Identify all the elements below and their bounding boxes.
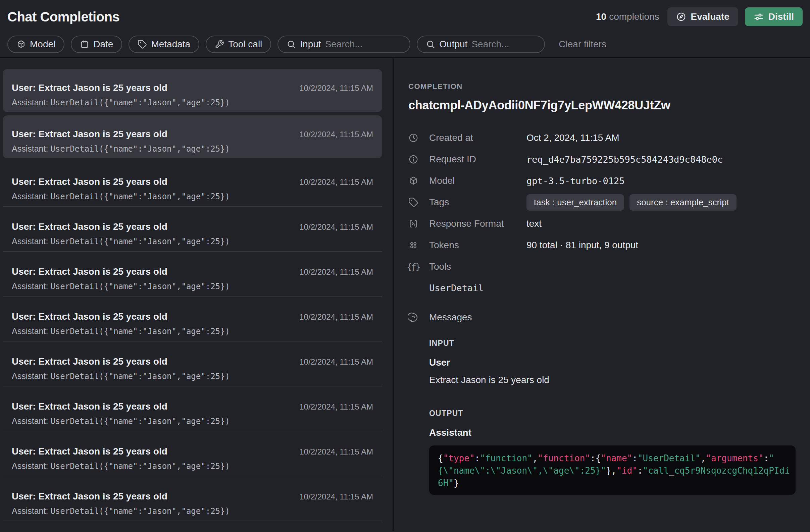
completion-id: chatcmpl-ADyAodii0NF7ig7yLepWW428UJtZw bbox=[408, 98, 795, 112]
calendar-icon bbox=[80, 39, 89, 49]
tokens-label: Tokens bbox=[429, 240, 526, 251]
row-assistant-text: Assistant: UserDetail({"name":"Jason","a… bbox=[12, 281, 373, 291]
tag-icon bbox=[137, 39, 147, 49]
clear-filters-button[interactable]: Clear filters bbox=[559, 39, 606, 50]
filter-model[interactable]: Model bbox=[7, 36, 64, 53]
row-timestamp: 10/2/2024, 11:15 AM bbox=[299, 402, 373, 412]
input-content: Extract Jason is 25 years old bbox=[429, 375, 795, 385]
wrench-icon bbox=[215, 39, 224, 49]
row-timestamp: 10/2/2024, 11:15 AM bbox=[299, 357, 373, 367]
meta-row-tags: Tags task : user_extractionsource : exam… bbox=[408, 192, 795, 213]
request-id-value: req_d4e7ba759225b595c584243d9c848e0c bbox=[526, 154, 723, 165]
distill-button[interactable]: Distill bbox=[745, 7, 803, 26]
meta-row-created-at: Created at Oct 2, 2024, 11:15 AM bbox=[408, 127, 795, 149]
completion-row[interactable]: User: Extract Jason is 25 years old 10/2… bbox=[3, 342, 382, 386]
meta-row-request-id: Request ID req_d4e7ba759225b595c584243d9… bbox=[408, 149, 795, 170]
filter-date[interactable]: Date bbox=[71, 36, 122, 53]
evaluate-button[interactable]: Evaluate bbox=[667, 7, 738, 26]
completions-count-number: 10 bbox=[596, 12, 606, 22]
row-timestamp: 10/2/2024, 11:15 AM bbox=[299, 312, 373, 322]
row-user-text: User: Extract Jason is 25 years old bbox=[12, 266, 167, 277]
row-assistant-text: Assistant: UserDetail({"name":"Jason","a… bbox=[12, 236, 373, 246]
row-timestamp: 10/2/2024, 11:15 AM bbox=[299, 267, 373, 277]
tokens-value: 90 total · 81 input, 9 output bbox=[526, 240, 638, 251]
response-format-value: text bbox=[526, 218, 541, 229]
meta-row-response-format: Response Format text bbox=[408, 213, 795, 234]
filter-metadata-label: Metadata bbox=[151, 39, 190, 50]
filter-date-label: Date bbox=[93, 39, 113, 50]
sliders-icon bbox=[754, 12, 764, 22]
filter-metadata[interactable]: Metadata bbox=[129, 36, 199, 53]
input-search-field[interactable]: Input Search... bbox=[277, 36, 410, 53]
tool-name: UserDetail bbox=[429, 283, 795, 293]
completions-count-label: completions bbox=[609, 12, 659, 22]
filter-bar: Model Date Metadata Tool call Input Sear… bbox=[7, 36, 803, 53]
tokens-icon bbox=[408, 240, 418, 250]
completion-row[interactable]: User: Extract Jason is 25 years old 10/2… bbox=[3, 206, 382, 252]
meta-row-messages: Messages bbox=[408, 306, 795, 328]
output-role: Assistant bbox=[429, 427, 795, 438]
row-timestamp: 10/2/2024, 11:15 AM bbox=[299, 492, 373, 501]
chat-completions-page: Chat Completions 10completions Evaluate … bbox=[0, 0, 810, 532]
row-assistant-text: Assistant: UserDetail({"name":"Jason","a… bbox=[12, 144, 373, 154]
input-search-placeholder: Search... bbox=[325, 39, 363, 50]
model-value: gpt-3.5-turbo-0125 bbox=[526, 176, 625, 186]
info-icon bbox=[408, 154, 418, 164]
output-search-field[interactable]: Output Search... bbox=[417, 36, 545, 53]
tag-chip: source : example_script bbox=[630, 194, 736, 211]
tag-icon bbox=[408, 197, 418, 207]
completion-row[interactable]: User: Extract Jason is 25 years old 10/2… bbox=[3, 386, 382, 431]
row-user-text: User: Extract Jason is 25 years old bbox=[12, 83, 167, 93]
row-timestamp: 10/2/2024, 11:15 AM bbox=[299, 222, 373, 232]
cube-icon bbox=[408, 176, 418, 186]
row-timestamp: 10/2/2024, 11:15 AM bbox=[299, 447, 373, 456]
filter-tool-call[interactable]: Tool call bbox=[206, 36, 271, 53]
compass-icon bbox=[676, 12, 686, 22]
completion-detail: COMPLETION chatcmpl-ADyAodii0NF7ig7yLepW… bbox=[393, 58, 810, 531]
completions-count: 10completions bbox=[596, 12, 659, 22]
row-user-text: User: Extract Jason is 25 years old bbox=[12, 221, 167, 232]
request-id-label: Request ID bbox=[429, 154, 526, 165]
created-at-label: Created at bbox=[429, 133, 526, 143]
response-format-icon bbox=[408, 219, 418, 229]
completion-row[interactable]: User: Extract Jason is 25 years old 10/2… bbox=[3, 476, 382, 521]
completion-row[interactable]: User: Extract Jason is 25 years old 10/2… bbox=[3, 297, 382, 342]
created-at-value: Oct 2, 2024, 11:15 AM bbox=[526, 133, 619, 143]
evaluate-button-label: Evaluate bbox=[691, 12, 729, 22]
row-user-text: User: Extract Jason is 25 years old bbox=[12, 401, 167, 412]
completion-row[interactable]: User: Extract Jason is 25 years old 10/2… bbox=[3, 431, 382, 476]
detail-section-label: COMPLETION bbox=[408, 82, 795, 91]
cube-icon bbox=[16, 39, 26, 49]
clock-icon bbox=[408, 133, 418, 143]
completions-list: User: Extract Jason is 25 years old 10/2… bbox=[0, 58, 393, 531]
meta-row-tokens: Tokens 90 total · 81 input, 9 output bbox=[408, 234, 795, 256]
row-assistant-text: Assistant: UserDetail({"name":"Jason","a… bbox=[12, 416, 373, 426]
row-assistant-text: Assistant: UserDetail({"name":"Jason","a… bbox=[12, 98, 373, 107]
completion-row[interactable]: User: Extract Jason is 25 years old 10/2… bbox=[3, 115, 382, 158]
meta-row-model: Model gpt-3.5-turbo-0125 bbox=[408, 170, 795, 192]
row-assistant-text: Assistant: UserDetail({"name":"Jason","a… bbox=[12, 192, 373, 201]
row-user-text: User: Extract Jason is 25 years old bbox=[12, 446, 167, 457]
row-user-text: User: Extract Jason is 25 years old bbox=[12, 356, 167, 367]
completion-row[interactable]: User: Extract Jason is 25 years old 10/2… bbox=[3, 69, 382, 112]
row-assistant-text: Assistant: UserDetail({"name":"Jason","a… bbox=[12, 371, 373, 381]
distill-button-label: Distill bbox=[768, 12, 794, 22]
row-assistant-text: Assistant: UserDetail({"name":"Jason","a… bbox=[12, 327, 373, 336]
output-search-placeholder: Search... bbox=[471, 39, 509, 50]
output-search-label: Output bbox=[439, 39, 467, 50]
row-timestamp: 10/2/2024, 11:15 AM bbox=[299, 84, 373, 93]
tags-label: Tags bbox=[429, 197, 526, 207]
completion-row[interactable]: User: Extract Jason is 25 years old 10/2… bbox=[3, 252, 382, 297]
chat-bubble-icon bbox=[408, 312, 418, 322]
row-user-text: User: Extract Jason is 25 years old bbox=[12, 311, 167, 322]
output-section-label: OUTPUT bbox=[429, 409, 795, 418]
filter-model-label: Model bbox=[30, 39, 55, 50]
header: Chat Completions 10completions Evaluate … bbox=[0, 0, 810, 58]
braces-function-icon: {ƒ} bbox=[408, 262, 418, 272]
filter-tool-call-label: Tool call bbox=[228, 39, 262, 50]
page-title: Chat Completions bbox=[7, 10, 119, 24]
row-user-text: User: Extract Jason is 25 years old bbox=[12, 177, 167, 187]
completion-row[interactable]: User: Extract Jason is 25 years old 10/2… bbox=[3, 162, 382, 206]
tool-call-code-block[interactable]: {"type":"function","function":{"name":"U… bbox=[429, 446, 796, 495]
search-icon bbox=[426, 39, 435, 49]
